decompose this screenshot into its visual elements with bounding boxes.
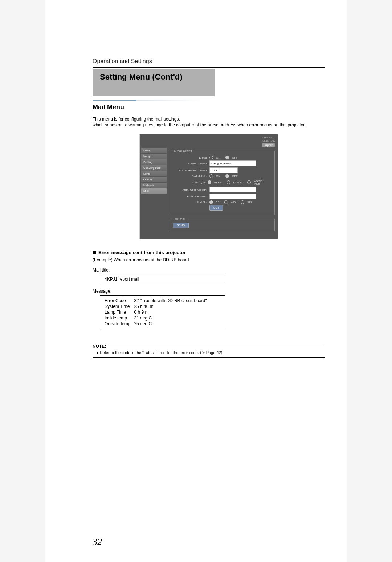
table-row: Outside temp25 deg.C (105, 321, 211, 327)
webui-nav: Main Image Setting Convergence Lens Opti… (141, 148, 167, 235)
webui-host: host:PJ-1 (143, 136, 275, 139)
section-title: Mail Menu (93, 103, 325, 111)
manual-page: Operation and Settings Setting Menu (Con… (45, 0, 347, 562)
note-label: NOTE: (93, 344, 106, 349)
email-address-input[interactable] (209, 160, 256, 166)
table-row: Error Code32 "Trouble with DD-RB circuit… (105, 298, 211, 304)
note-bottom-rule (93, 357, 325, 358)
mail-title-value: 4KPJ1 report mail (105, 277, 139, 282)
page-number: 32 (93, 537, 102, 547)
nav-main[interactable]: Main (141, 148, 167, 154)
nav-option[interactable]: Option (141, 177, 167, 183)
set-button[interactable]: SET (209, 205, 223, 211)
table-row: System Time25 h 40 m (105, 304, 211, 309)
auth-off-radio[interactable] (225, 174, 229, 178)
auth-user-input[interactable] (209, 187, 256, 192)
auth-login-radio[interactable] (227, 180, 230, 184)
email-off-radio[interactable] (225, 156, 229, 159)
webui-body: Main Image Setting Convergence Lens Opti… (140, 148, 278, 239)
email-label: E-Mail (173, 156, 207, 159)
auth-on-radio[interactable] (209, 174, 213, 178)
webui-main: E-Mail Setting E-Mail ON OFF E-Mail Addr… (167, 148, 278, 235)
email-address-label: E-Mail Address (173, 162, 207, 165)
mail-title-label: Mail title: (93, 268, 325, 273)
email-setting-fieldset: E-Mail Setting E-Mail ON OFF E-Mail Addr… (170, 149, 275, 215)
nav-lens[interactable]: Lens (141, 171, 167, 177)
web-ui-screenshot: host:PJ-1 user: root Logout Main Image S… (139, 134, 278, 239)
email-on-radio[interactable] (209, 156, 213, 159)
nav-mail[interactable]: Mail (141, 188, 167, 194)
auth-type-label: Auth. Type (173, 181, 205, 184)
note-rule (108, 343, 325, 343)
message-box: Error Code32 "Trouble with DD-RB circuit… (100, 295, 225, 329)
auth-crammd5-radio[interactable] (247, 180, 251, 184)
email-setting-legend: E-Mail Setting (173, 149, 193, 152)
table-row: Inside temp31 deg.C (105, 315, 211, 321)
send-button[interactable]: SEND (173, 223, 189, 228)
port-25-radio[interactable] (209, 200, 213, 204)
message-table: Error Code32 "Trouble with DD-RB circuit… (105, 298, 211, 327)
test-mail-legend: Tset Mail (173, 217, 187, 220)
intro-line-1: This menu is for configuring the mail se… (93, 117, 325, 122)
nav-network[interactable]: Network (141, 183, 167, 188)
port-465-radio[interactable] (224, 200, 228, 204)
smtp-input[interactable] (209, 167, 238, 173)
square-bullet-icon (93, 251, 96, 254)
logout-button[interactable]: Logout (262, 143, 275, 147)
auth-plan-radio[interactable] (208, 180, 211, 184)
section-divider (93, 100, 201, 101)
chapter-title-band: Setting Menu (Cont'd) (93, 69, 215, 96)
rule-heavy (93, 67, 325, 68)
rule-thin (93, 113, 325, 113)
nav-image[interactable]: Image (141, 154, 167, 159)
breadcrumb: Operation and Settings (93, 58, 325, 65)
port-587-radio[interactable] (241, 200, 244, 204)
nav-convergence[interactable]: Convergence (141, 165, 167, 171)
email-auth-label: E-Mail Auth. (173, 175, 207, 178)
intro-line-2: which sends out a warning message to the… (93, 122, 325, 127)
nav-setting[interactable]: Setting (141, 159, 167, 165)
error-msg-heading: Error message sent from this projector (93, 250, 325, 255)
auth-user-label: Auth. User Account (173, 188, 207, 191)
webui-header: host:PJ-1 user: root Logout (140, 134, 278, 148)
smtp-label: SMTP Server Address (173, 169, 207, 172)
example-line: (Example) When error occurs at the DD-RB… (93, 257, 325, 262)
mail-title-box: 4KPJ1 report mail (100, 274, 225, 284)
message-label: Message: (93, 289, 325, 294)
table-row: Lamp Time0 h 9 m (105, 309, 211, 315)
auth-pass-label: Auth. Password (173, 195, 207, 198)
chapter-title: Setting Menu (Cont'd) (100, 72, 209, 82)
auth-pass-input[interactable] (209, 194, 256, 199)
note-text: ● Refer to the code in the "Latest Error… (96, 350, 325, 355)
port-label: Port No. (173, 201, 207, 204)
webui-user: user: root (143, 139, 275, 142)
test-mail-fieldset: Tset Mail SEND (170, 217, 275, 231)
